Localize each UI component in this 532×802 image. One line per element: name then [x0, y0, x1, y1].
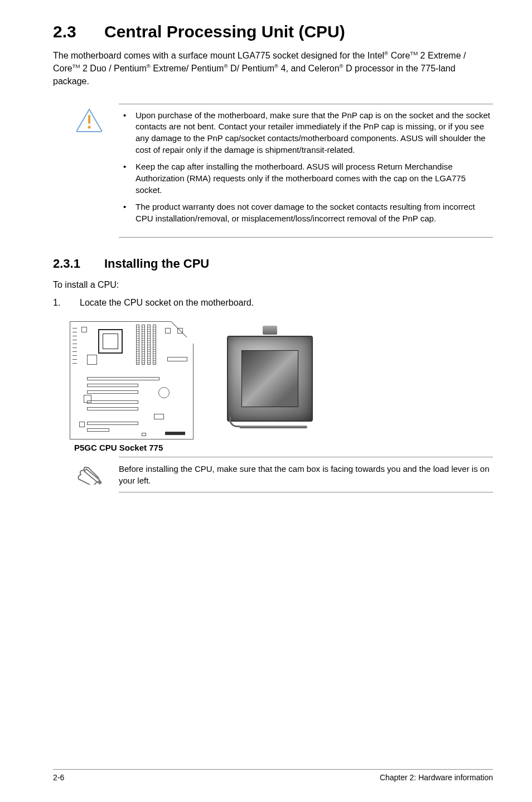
note-callout: Before installing the CPU, make sure tha… — [75, 457, 493, 492]
section-title: Central Processing Unit (CPU) — [104, 22, 345, 41]
warning-item: Keep the cap after installing the mother… — [136, 161, 491, 196]
chapter-label: Chapter 2: Hardware information — [380, 773, 493, 782]
step-1: 1. Locate the CPU socket on the motherbo… — [53, 298, 493, 308]
svg-point-1 — [88, 125, 90, 128]
svg-rect-0 — [88, 115, 90, 124]
section-number: 2.3 — [53, 22, 104, 41]
step-number: 1. — [53, 298, 64, 308]
subsection-title: Installing the CPU — [104, 257, 209, 270]
intro-paragraph: The motherboard comes with a surface mou… — [53, 49, 493, 88]
subsection-heading: 2.3.1Installing the CPU — [53, 257, 493, 271]
page-footer: 2-6 Chapter 2: Hardware information — [53, 769, 493, 782]
motherboard-diagram — [70, 321, 194, 439]
section-heading: 2.3Central Processing Unit (CPU) — [53, 22, 493, 41]
warning-item: Upon purchase of the motherboard, make s… — [136, 110, 491, 156]
note-text: Before installing the CPU, make sure tha… — [119, 457, 493, 492]
figure-row — [70, 321, 493, 439]
page-number: 2-6 — [53, 773, 64, 782]
step-text: Locate the CPU socket on the motherboard… — [80, 298, 254, 308]
warning-callout: Upon purchase of the motherboard, make s… — [75, 104, 493, 238]
cpu-socket-photo — [216, 325, 324, 433]
warning-triangle-icon — [75, 104, 107, 238]
warning-item: The product warranty does not cover dama… — [136, 201, 491, 224]
figure-caption: P5GC CPU Socket 775 — [74, 443, 493, 452]
subsection-number: 2.3.1 — [53, 257, 104, 271]
pencil-note-icon — [75, 457, 107, 492]
lead-text: To install a CPU: — [53, 280, 493, 290]
